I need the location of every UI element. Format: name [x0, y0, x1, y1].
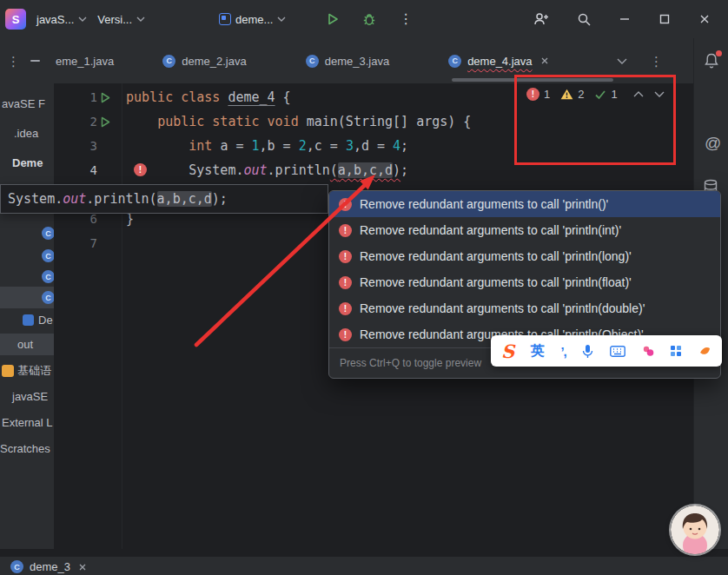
skin-icon[interactable] [642, 345, 654, 357]
code-token: int [189, 138, 220, 154]
chevron-down-icon [136, 17, 145, 22]
code-token: 4 [393, 138, 400, 154]
bottom-editor-tab[interactable]: C deme_3 [0, 557, 728, 573]
maximize-button[interactable] [659, 13, 671, 25]
intention-label: Remove redundant arguments to call 'prin… [360, 301, 645, 315]
project-tree-item[interactable]: .idea [0, 122, 54, 144]
line-number: 7 [54, 231, 97, 255]
line-number: 2 [54, 109, 97, 134]
secondary-tab-bar: C deme_3 [0, 557, 728, 575]
warning-count-icon [560, 89, 573, 100]
project-tree-item[interactable]: External L [0, 412, 54, 433]
code-line-3[interactable]: 3 int a = 1,b = 2,c = 3,d = 4; [54, 134, 693, 158]
java-class-icon: C [10, 560, 23, 573]
toolbox-icon[interactable] [670, 345, 682, 357]
editor-tab-3[interactable]: Cdeme_3.java [276, 38, 419, 83]
run-line-icon[interactable] [100, 116, 110, 128]
tooltip-field-out: out [63, 191, 86, 207]
project-tree-item[interactable]: C [0, 287, 54, 308]
project-selector[interactable]: javaS... [36, 13, 87, 26]
project-tree-item[interactable]: C [0, 222, 54, 244]
input-mode-toggle[interactable]: 英 [531, 342, 545, 360]
tab-bar: ⋮ eme_1.javaCdeme_2.javaCdeme_3.javaCdem… [0, 38, 728, 83]
intention-item[interactable]: !Remove redundant arguments to call 'pri… [329, 269, 720, 295]
code-token: ) [393, 162, 400, 178]
code-text: int a = 1,b = 2,c = 3,d = 4; [126, 134, 408, 158]
code-token: 2 [299, 138, 307, 154]
project-tree-item[interactable]: 基础语 [0, 360, 54, 381]
intention-item[interactable]: !Remove redundant arguments to call 'pri… [329, 243, 720, 269]
editor-tab-1[interactable]: eme_1.java [54, 38, 133, 83]
code-token: ; [400, 162, 408, 178]
tree-item-label: De [38, 314, 53, 327]
intention-label: Remove redundant arguments to call 'prin… [360, 249, 632, 263]
more-actions-kebab-icon[interactable]: ⋮ [399, 12, 413, 26]
close-icon[interactable] [78, 563, 87, 572]
java-class-icon: C [42, 227, 54, 240]
more-tools-icon[interactable] [698, 345, 711, 357]
tree-item-label: out [17, 338, 33, 351]
prev-problem-chevron-up-icon[interactable] [633, 91, 644, 97]
editor-tab-4[interactable]: Cdeme_4.java [419, 38, 578, 83]
vcs-widget[interactable]: Versi... [97, 13, 145, 26]
project-panel[interactable]: avaSE F.ideaDemeCCCCDeout基础语javaSEExtern… [0, 83, 54, 549]
code-token: .println [268, 162, 330, 178]
project-tree-item[interactable]: C [0, 266, 54, 288]
run-button[interactable] [326, 12, 340, 26]
tab-actions: ⋮ [617, 38, 663, 83]
intention-item[interactable]: !Remove redundant arguments to call 'pri… [329, 295, 720, 321]
debug-button[interactable] [362, 12, 376, 26]
code-token: System. [126, 162, 243, 178]
app-logo[interactable]: S [5, 9, 26, 30]
hide-panel-icon[interactable] [30, 60, 40, 62]
voice-input-icon[interactable] [582, 344, 593, 359]
intention-item[interactable]: !Remove redundant arguments to call 'pri… [329, 217, 720, 243]
ai-assistant-icon[interactable]: @ [705, 134, 721, 153]
tab-list-chevron-icon[interactable] [617, 58, 627, 64]
window-controls [533, 0, 728, 38]
tab-options-kebab-icon[interactable]: ⋮ [650, 55, 663, 68]
code-line-4[interactable]: 4! System.out.println(a,b,c,d); [54, 158, 693, 182]
run-line-icon[interactable] [100, 92, 110, 103]
code-token: public static void [157, 114, 307, 129]
sogou-logo-icon[interactable]: S [501, 340, 514, 362]
user-avatar[interactable] [671, 506, 719, 554]
project-selector-label: javaS... [36, 13, 74, 26]
tab-label: eme_1.java [56, 55, 114, 68]
code-with-me-icon[interactable] [533, 12, 549, 26]
line-number: 1 [54, 85, 97, 109]
code-line-2[interactable]: 2 public static void main(String[] args)… [54, 109, 693, 134]
project-tree-item[interactable]: C [0, 245, 54, 267]
project-tree-item[interactable]: De [0, 309, 54, 331]
virtual-keyboard-icon[interactable] [610, 346, 625, 357]
tree-item-label: avaSE F [2, 97, 45, 110]
code-token: ,c = [307, 138, 346, 154]
next-problem-chevron-down-icon[interactable] [654, 91, 665, 97]
passed-check-icon [594, 89, 606, 100]
footer-hint: Press Ctrl+Q to toggle preview [340, 357, 481, 369]
project-tree-item[interactable]: Deme [0, 152, 54, 174]
error-icon: ! [339, 276, 352, 289]
punctuation-toggle[interactable]: ’, [560, 344, 566, 359]
project-tree-item[interactable]: avaSE F [0, 93, 54, 115]
bottom-gap [0, 549, 728, 557]
intention-item[interactable]: !Remove redundant arguments to call 'pri… [329, 191, 720, 217]
line-preview-tooltip: System.out.println(a,b,c,d); [0, 184, 328, 214]
close-button[interactable] [698, 13, 711, 25]
project-tree-item[interactable]: Scratches [0, 438, 54, 459]
run-config-selector[interactable]: deme... [219, 13, 286, 26]
project-tree-item[interactable]: out [0, 334, 54, 355]
run-config-label: deme... [235, 13, 273, 26]
project-tree-item[interactable]: javaSE [0, 386, 54, 407]
minimize-button[interactable] [619, 13, 631, 25]
close-icon[interactable] [540, 56, 549, 65]
panel-options-kebab-icon[interactable]: ⋮ [7, 55, 20, 68]
inspections-widget[interactable]: ! 1 2 1 [526, 88, 665, 101]
code-token [126, 114, 157, 129]
tab-scrollbar[interactable] [452, 78, 613, 82]
tree-item-label: javaSE [12, 390, 48, 403]
java-class-icon: C [42, 249, 54, 262]
code-token: a = [220, 138, 251, 154]
editor-tab-2[interactable]: Cdeme_2.java [133, 38, 275, 83]
search-icon[interactable] [577, 12, 591, 26]
